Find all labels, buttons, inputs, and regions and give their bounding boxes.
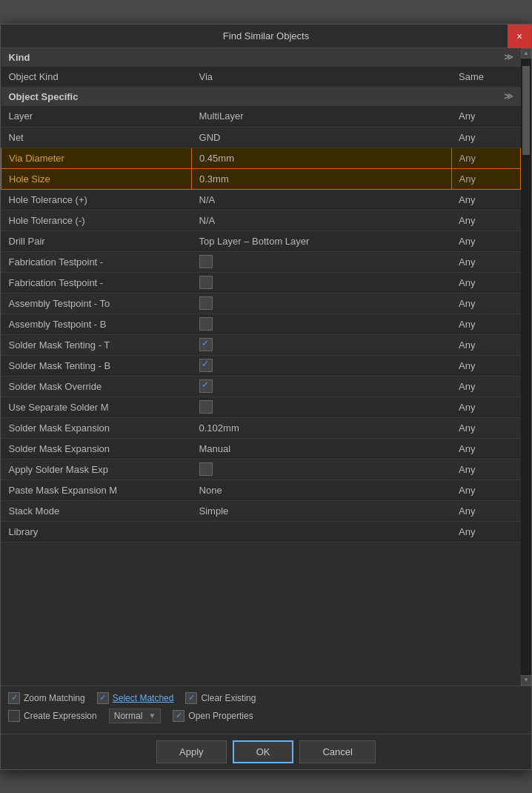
cell-name: Solder Mask Expansion — [1, 438, 192, 459]
checkbox-checked[interactable] — [199, 359, 213, 372]
apply-button[interactable]: Apply — [156, 740, 227, 763]
cell-value-col: MultiLayer — [192, 106, 452, 127]
checkbox-unchecked[interactable] — [199, 255, 213, 268]
checkbox-checked[interactable] — [199, 379, 213, 393]
cell-name: Via Diameter — [1, 147, 192, 168]
cell-value: 0.45mm — [199, 153, 234, 164]
properties-table: Kind ≫ Object Kind Via Same Object Speci… — [1, 48, 521, 543]
title-bar: Find Similar Objects × — [1, 24, 531, 48]
zoom-matching-label: Zoom Matching — [24, 693, 85, 703]
table-row[interactable]: Drill Pair Top Layer – Bottom Layer Any — [1, 230, 521, 251]
table-row[interactable]: Solder Mask Expansion Manual Any — [1, 438, 521, 459]
cell-value-col — [192, 376, 452, 396]
cell-name: Hole Size — [1, 168, 192, 189]
zoom-matching-checkbox[interactable] — [8, 692, 20, 704]
cell-match: Any — [451, 500, 520, 521]
cell-name: Solder Mask Tenting - B — [1, 355, 192, 376]
create-expression-checkbox[interactable] — [8, 710, 20, 722]
checkbox-unchecked[interactable] — [199, 400, 213, 414]
clear-existing-checkbox[interactable] — [185, 692, 197, 704]
normal-dropdown[interactable]: Normal ▼ — [109, 709, 162, 723]
checkbox-checked[interactable] — [199, 338, 213, 351]
cell-value: GND — [199, 132, 221, 143]
table-row[interactable]: Solder Mask Tenting - B Any — [1, 355, 521, 376]
table-row[interactable]: Solder Mask Expansion 0.102mm Any — [1, 417, 521, 438]
table-row[interactable]: Assembly Testpoint - B Any — [1, 313, 521, 334]
cell-value: Via — [199, 71, 213, 82]
table-row[interactable]: Solder Mask Override Any — [1, 376, 521, 396]
table-row[interactable]: Stack Mode Simple Any — [1, 500, 521, 521]
cell-name: Solder Mask Tenting - T — [1, 334, 192, 355]
cell-match: Any — [451, 438, 520, 459]
table-row[interactable]: Apply Solder Mask Exp Any — [1, 459, 521, 480]
scroll-thumb[interactable] — [522, 66, 530, 155]
cell-match: Same — [451, 67, 520, 87]
cell-name: Solder Mask Override — [1, 376, 192, 396]
ok-button[interactable]: OK — [233, 740, 294, 763]
checkbox-unchecked[interactable] — [199, 462, 213, 476]
cell-value: Top Layer – Bottom Layer — [199, 236, 310, 247]
checkbox-unchecked[interactable] — [199, 317, 213, 331]
cell-value: 0.102mm — [199, 422, 239, 434]
table-row[interactable]: Hole Size 0.3mm Any — [1, 168, 521, 189]
table-row[interactable]: Via Diameter 0.45mm Any — [1, 147, 521, 168]
cell-match: Any — [451, 293, 520, 313]
cell-name: Assembly Testpoint - To — [1, 293, 192, 313]
cell-value-col — [192, 313, 452, 334]
create-expression-control: Create Expression — [8, 710, 97, 722]
cancel-button[interactable]: Cancel — [299, 740, 375, 763]
table-row[interactable]: Paste Mask Expansion M None Any — [1, 480, 521, 500]
properties-table-container[interactable]: Kind ≫ Object Kind Via Same Object Speci… — [1, 48, 521, 686]
cell-name: Apply Solder Mask Exp — [1, 459, 192, 480]
create-expression-label: Create Expression — [24, 711, 97, 721]
cell-name: Solder Mask Expansion — [1, 417, 192, 438]
cell-value-col — [192, 396, 452, 417]
cell-match: Any — [451, 230, 520, 251]
open-properties-checkbox[interactable] — [173, 710, 184, 722]
select-matched-checkbox[interactable] — [97, 692, 109, 704]
cell-name: Hole Tolerance (-) — [1, 210, 192, 230]
cell-value-col: 0.102mm — [192, 417, 452, 438]
cell-match: Any — [451, 396, 520, 417]
cell-name: Use Separate Solder M — [1, 396, 192, 417]
cell-match: Any — [451, 417, 520, 438]
cell-match: Any — [451, 313, 520, 334]
table-row[interactable]: Fabrication Testpoint - Any — [1, 251, 521, 272]
scroll-up-arrow[interactable]: ▲ — [521, 48, 531, 59]
select-matched-control: Select Matched — [97, 692, 174, 704]
cell-name: Library — [1, 521, 192, 542]
cell-value-col — [192, 293, 452, 313]
scroll-track — [521, 59, 531, 675]
table-row[interactable]: Fabrication Testpoint - Any — [1, 272, 521, 293]
scroll-down-arrow[interactable]: ▼ — [521, 675, 531, 686]
cell-match: Any — [451, 334, 520, 355]
checkbox-unchecked[interactable] — [199, 276, 213, 289]
table-row[interactable]: Library Any — [1, 521, 521, 542]
cell-name: Fabrication Testpoint - — [1, 272, 192, 293]
cell-value: Simple — [199, 505, 229, 517]
table-row[interactable]: Hole Tolerance (+) N/A Any — [1, 189, 521, 210]
scrollbar[interactable]: ▲ ▼ — [521, 48, 531, 686]
table-row[interactable]: Layer MultiLayer Any — [1, 106, 521, 127]
open-properties-control: Open Properties — [173, 710, 253, 722]
cell-match: Any — [451, 521, 520, 542]
checkbox-unchecked[interactable] — [199, 296, 213, 310]
close-button[interactable]: × — [508, 24, 531, 48]
dialog-title: Find Similar Objects — [223, 30, 309, 42]
select-matched-label[interactable]: Select Matched — [113, 693, 174, 703]
cell-value-col — [192, 355, 452, 376]
content-area: Kind ≫ Object Kind Via Same Object Speci… — [1, 48, 531, 686]
cell-name: Net — [1, 127, 192, 147]
table-row[interactable]: Object Kind Via Same — [1, 67, 521, 87]
cell-value-col — [192, 521, 452, 542]
controls-row-2: Create Expression Normal ▼ Open Properti… — [8, 709, 524, 723]
table-row[interactable]: Solder Mask Tenting - T Any — [1, 334, 521, 355]
cell-name: Stack Mode — [1, 500, 192, 521]
table-row[interactable]: Hole Tolerance (-) N/A Any — [1, 210, 521, 230]
cell-value-col: GND — [192, 127, 452, 147]
table-row[interactable]: Net GND Any — [1, 127, 521, 147]
table-row[interactable]: Use Separate Solder M Any — [1, 396, 521, 417]
cell-name: Fabrication Testpoint - — [1, 251, 192, 272]
table-row[interactable]: Assembly Testpoint - To Any — [1, 293, 521, 313]
cell-value-col: N/A — [192, 189, 452, 210]
